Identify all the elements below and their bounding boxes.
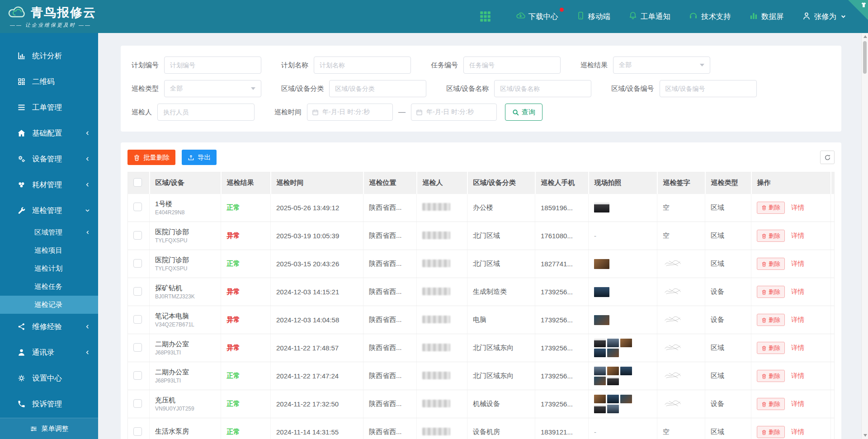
batch-delete-button[interactable]: 批量删除: [127, 150, 175, 165]
delete-button[interactable]: 删除: [757, 398, 785, 410]
photo-thumbnail[interactable]: [607, 377, 619, 385]
photo-thumbnail[interactable]: [594, 349, 606, 357]
plan-no-input[interactable]: [164, 57, 261, 74]
photo-thumbnail[interactable]: [594, 203, 609, 212]
sidebar-item-base-config[interactable]: 基础配置: [0, 120, 98, 146]
sidebar-item-repair-experience[interactable]: 维修经验: [0, 314, 98, 340]
inspector-phone: 1839121...: [535, 418, 589, 439]
inspection-location: 陕西省西...: [363, 334, 417, 362]
plan-name-input[interactable]: [314, 57, 411, 74]
device-name-input[interactable]: [494, 80, 591, 97]
submenu-inspection-plans[interactable]: 巡检计划: [0, 260, 98, 278]
detail-link[interactable]: 详情: [791, 316, 804, 324]
photo-thumbnail[interactable]: [607, 367, 619, 375]
submenu-area-mgmt[interactable]: 区域管理: [0, 223, 98, 241]
sidebar-item-settings[interactable]: 设置中心: [0, 365, 98, 391]
row-checkbox[interactable]: [133, 287, 142, 296]
photo-thumbnail[interactable]: [607, 339, 619, 347]
device-no-input[interactable]: [660, 80, 757, 97]
detail-link[interactable]: 详情: [791, 428, 804, 436]
delete-button[interactable]: 删除: [757, 258, 785, 270]
result-select[interactable]: 全部: [613, 57, 710, 74]
apps-grid-icon[interactable]: [479, 10, 491, 23]
time-start-input[interactable]: 年-月-日 时:分:秒: [307, 104, 393, 121]
detail-link[interactable]: 详情: [791, 231, 804, 240]
inspector-redacted: [422, 372, 450, 379]
delete-button[interactable]: 删除: [757, 314, 785, 326]
chevron-left-icon: [85, 350, 90, 355]
row-checkbox[interactable]: [133, 399, 142, 408]
sidebar-item-statistics[interactable]: 统计分析: [0, 43, 98, 69]
row-checkbox[interactable]: [133, 427, 142, 436]
submenu-inspection-items[interactable]: 巡检项目: [0, 241, 98, 260]
inspector-input[interactable]: [157, 104, 255, 121]
nav-tech-support[interactable]: 技术支持: [689, 11, 731, 22]
photo-thumbnail[interactable]: [620, 395, 632, 403]
scrollbar-up-arrow[interactable]: [863, 35, 867, 38]
scrollbar-down-arrow[interactable]: [863, 434, 867, 437]
detail-link[interactable]: 详情: [791, 203, 804, 212]
category-input[interactable]: [329, 80, 426, 97]
query-button[interactable]: 查询: [505, 104, 542, 121]
detail-link[interactable]: 详情: [791, 288, 804, 296]
page-scrollbar: [861, 33, 868, 439]
photo-thumbnail[interactable]: [594, 405, 606, 413]
cogs-cluster-icon: [17, 180, 26, 189]
refresh-button[interactable]: [820, 151, 835, 164]
task-no-input[interactable]: [463, 57, 561, 74]
filter-panel: 计划编号 计划名称 任务编号 巡检结果 全部 巡检类型: [121, 46, 841, 132]
detail-link[interactable]: 详情: [791, 344, 804, 352]
sidebar-item-contacts[interactable]: 通讯录: [0, 340, 98, 365]
delete-button[interactable]: 删除: [757, 286, 785, 298]
detail-link[interactable]: 详情: [791, 372, 804, 380]
submenu-inspection-records[interactable]: 巡检记录: [0, 296, 98, 314]
inspection-location: 陕西省西...: [363, 278, 417, 306]
sidebar-item-consumables[interactable]: 耗材管理: [0, 172, 98, 198]
delete-button[interactable]: 删除: [757, 230, 785, 242]
brand-logo[interactable]: 青鸟报修云 —— 让企业维保更及时 ——: [0, 5, 113, 28]
photo-thumbnail[interactable]: [594, 287, 609, 297]
photo-thumbnail[interactable]: [607, 349, 619, 357]
export-button[interactable]: 导出: [182, 150, 217, 165]
photo-thumbnail[interactable]: [607, 395, 619, 403]
delete-button[interactable]: 删除: [757, 426, 785, 438]
row-checkbox[interactable]: [133, 343, 142, 352]
nav-data-screen[interactable]: 数据屏: [749, 11, 784, 22]
nav-workorder-notify[interactable]: 工单通知: [628, 11, 670, 22]
scrollbar-thumb[interactable]: [863, 41, 867, 74]
nav-download-center[interactable]: 下载中心: [516, 11, 558, 22]
user-menu[interactable]: 张修为: [802, 11, 847, 22]
row-checkbox[interactable]: [133, 259, 142, 268]
photo-thumbnail[interactable]: [594, 339, 606, 347]
sidebar-item-qrcode[interactable]: 二维码: [0, 69, 98, 94]
signature-image: [663, 285, 684, 297]
photo-thumbnail[interactable]: [594, 315, 609, 325]
sidebar-menu-adjust[interactable]: 菜单调整: [0, 418, 98, 439]
delete-button[interactable]: 删除: [757, 202, 785, 214]
sidebar-item-inspection-mgmt[interactable]: 巡检管理: [0, 198, 98, 223]
photo-thumbnail[interactable]: [607, 405, 619, 413]
theme-corner-badge[interactable]: [848, 0, 868, 20]
detail-link[interactable]: 详情: [791, 400, 804, 408]
photo-thumbnail[interactable]: [620, 339, 632, 347]
photo-thumbnail[interactable]: [620, 367, 632, 375]
photo-thumbnail[interactable]: [594, 259, 609, 269]
delete-button[interactable]: 删除: [757, 370, 785, 382]
delete-button[interactable]: 删除: [757, 342, 785, 354]
nav-mobile[interactable]: 移动端: [576, 11, 611, 22]
row-checkbox[interactable]: [133, 315, 142, 324]
sidebar-item-workorders[interactable]: 工单管理: [0, 94, 98, 120]
row-checkbox[interactable]: [133, 231, 142, 240]
row-checkbox[interactable]: [133, 203, 142, 211]
submenu-inspection-tasks[interactable]: 巡检任务: [0, 278, 98, 296]
row-checkbox[interactable]: [133, 371, 142, 380]
sidebar-item-complaints[interactable]: 投诉管理: [0, 391, 98, 417]
type-select[interactable]: 全部: [164, 80, 261, 97]
detail-link[interactable]: 详情: [791, 260, 804, 268]
select-all-checkbox[interactable]: [133, 178, 142, 187]
sidebar-item-device-mgmt[interactable]: 设备管理: [0, 146, 98, 172]
photo-thumbnail[interactable]: [594, 377, 606, 385]
photo-thumbnail[interactable]: [594, 367, 606, 375]
time-end-input[interactable]: 年-月-日 时:分:秒: [411, 104, 497, 121]
photo-thumbnail[interactable]: [594, 395, 606, 403]
